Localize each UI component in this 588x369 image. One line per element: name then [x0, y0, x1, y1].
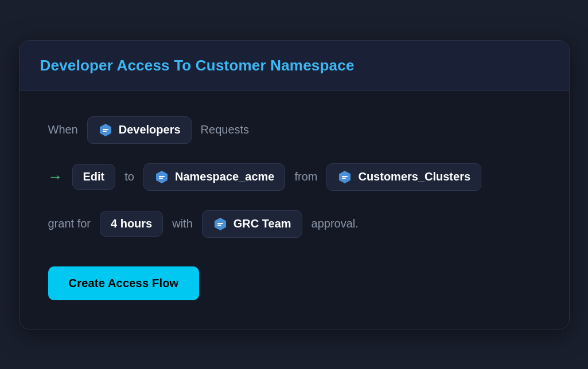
- svg-rect-11: [217, 225, 221, 226]
- svg-rect-4: [159, 176, 165, 177]
- cluster-pill[interactable]: Customers_Clusters: [326, 163, 481, 191]
- developers-label: Developers: [119, 123, 181, 136]
- svg-rect-7: [342, 176, 348, 177]
- hours-pill[interactable]: 4 hours: [100, 211, 163, 237]
- cluster-label: Customers_Clusters: [358, 170, 470, 183]
- sentence-line-3: grant for 4 hours with GRC Team approval…: [48, 210, 540, 238]
- arrow-icon: →: [48, 168, 63, 186]
- with-label: with: [172, 217, 193, 230]
- main-card: Developer Access To Customer Namespace W…: [19, 40, 570, 329]
- developers-pill[interactable]: Developers: [87, 116, 192, 144]
- sentence-line-2: → Edit to Namespace_acme from: [48, 163, 540, 191]
- when-label: When: [48, 123, 78, 136]
- svg-rect-1: [103, 129, 108, 130]
- grant-label: grant for: [48, 217, 91, 230]
- svg-rect-8: [342, 178, 346, 179]
- namespace-icon: [154, 170, 169, 185]
- main-content: When Developers Requests → Edit to: [20, 91, 569, 329]
- from-label: from: [294, 170, 317, 183]
- team-pill[interactable]: GRC Team: [202, 210, 302, 238]
- namespace-label: Namespace_acme: [175, 170, 274, 183]
- header-section: Developer Access To Customer Namespace: [20, 41, 569, 91]
- namespace-pill[interactable]: Namespace_acme: [143, 163, 285, 191]
- page-title: Developer Access To Customer Namespace: [40, 57, 548, 74]
- edit-label: Edit: [83, 170, 105, 183]
- sentence-line-1: When Developers Requests: [48, 116, 540, 144]
- svg-rect-2: [103, 131, 107, 132]
- developers-icon: [98, 123, 113, 138]
- create-access-flow-button[interactable]: Create Access Flow: [48, 266, 200, 300]
- svg-rect-10: [217, 223, 223, 224]
- hours-label: 4 hours: [111, 217, 152, 230]
- cluster-icon: [337, 170, 352, 185]
- approval-label: approval.: [311, 217, 359, 230]
- team-label: GRC Team: [233, 217, 291, 230]
- svg-rect-5: [159, 178, 163, 179]
- edit-pill[interactable]: Edit: [72, 164, 116, 190]
- to-label: to: [124, 170, 134, 183]
- requests-label: Requests: [201, 123, 250, 136]
- team-icon: [213, 217, 228, 231]
